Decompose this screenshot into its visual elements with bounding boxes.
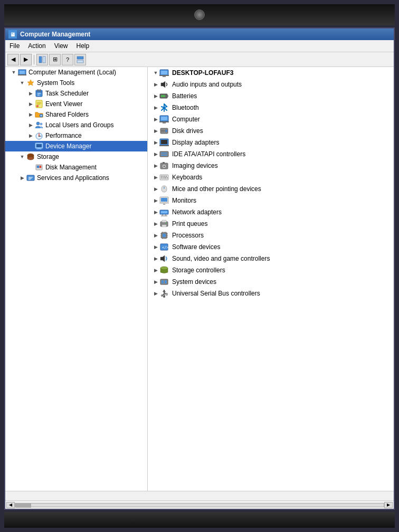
local-users-icon <box>35 121 43 129</box>
menu-action[interactable]: Action <box>24 41 50 51</box>
svg-rect-56 <box>161 153 167 154</box>
grid-view-button[interactable]: ⊞ <box>49 54 61 65</box>
svg-rect-83 <box>162 220 166 222</box>
print-queues-icon <box>159 219 169 229</box>
device-manager-icon <box>35 142 43 150</box>
task-scheduler-label: Task Scheduler <box>45 90 89 97</box>
keyboards-label: Keyboards <box>172 174 202 181</box>
scroll-thumb[interactable] <box>15 504 31 508</box>
storage-controllers-label: Storage controllers <box>172 267 225 274</box>
svg-rect-0 <box>39 56 42 63</box>
right-item-sound-video[interactable]: ▶ Sound, video and game controllers <box>148 253 394 264</box>
local-users-arrow: ▶ <box>26 121 35 129</box>
tree-item-services-apps[interactable]: ▶ Services and Applications <box>5 173 147 183</box>
services-icon <box>26 174 35 182</box>
help-button[interactable]: ? <box>62 54 73 65</box>
right-item-monitors[interactable]: ▶ Monitors <box>148 195 394 206</box>
storage-icon <box>26 153 35 161</box>
tree-item-task-scheduler[interactable]: ▶ Task Scheduler <box>5 88 147 99</box>
screen-wrapper: 🖥 Computer Management File Action View H… <box>0 0 399 532</box>
shared-folders-arrow: ▶ <box>26 110 35 119</box>
right-item-display-adapters[interactable]: ▶ Display adapters <box>148 137 394 148</box>
svg-rect-9 <box>37 89 39 91</box>
right-item-processors[interactable]: ▶ <box>148 230 394 241</box>
tree-item-storage[interactable]: ▼ Storage <box>5 151 147 162</box>
svg-rect-10 <box>40 89 41 91</box>
event-viewer-icon: ! <box>35 100 43 108</box>
sound-video-label: Sound, video and game controllers <box>172 255 270 262</box>
event-viewer-label: Event Viewer <box>45 100 82 108</box>
disk-drives-icon <box>159 126 169 136</box>
svg-rect-44 <box>167 95 168 97</box>
right-item-bluetooth[interactable]: ▶ Bluetooth <box>148 102 394 113</box>
show-hide-button[interactable] <box>36 54 48 65</box>
shared-folders-icon <box>35 110 43 119</box>
svg-rect-39 <box>161 71 167 74</box>
right-pane-root[interactable]: ▼ DESKTOP-LOFAUF3 <box>148 67 394 79</box>
right-item-mice[interactable]: ▶ Mice and other pointing devices <box>148 183 394 195</box>
computer-label: Computer <box>172 116 200 123</box>
tree-item-disk-management[interactable]: Disk Management <box>5 162 147 173</box>
main-area: ▼ Computer Management (Local) ▼ <box>5 67 394 491</box>
right-item-batteries[interactable]: ▶ Batteries <box>148 90 394 102</box>
svg-point-61 <box>164 166 165 167</box>
scroll-right-button[interactable]: ▶ <box>384 502 393 508</box>
local-users-label: Local Users and Groups <box>45 121 113 129</box>
scroll-left-button[interactable]: ◀ <box>6 502 15 508</box>
root-icon <box>18 68 26 77</box>
software-devices-label: Software devices <box>172 243 220 251</box>
back-button[interactable]: ◀ <box>7 54 19 65</box>
right-item-print-queues[interactable]: ▶ Print queues <box>148 218 394 230</box>
bluetooth-label: Bluetooth <box>172 104 199 111</box>
window-title: Computer Management <box>20 31 90 38</box>
tree-item-event-viewer[interactable]: ▶ ! Event Viewer <box>5 99 147 109</box>
window-title-bar: 🖥 Computer Management <box>5 28 394 40</box>
monitors-icon <box>159 196 169 205</box>
toolbar-separator-1 <box>34 55 34 64</box>
svg-rect-105 <box>165 280 167 283</box>
right-item-software-devices[interactable]: ▶ </> Software devices <box>148 241 394 253</box>
disk-drives-arrow: ▶ <box>152 127 159 135</box>
scroll-track[interactable] <box>15 503 384 507</box>
right-item-usb[interactable]: ▶ Universal Serial Bus controllers <box>148 288 394 299</box>
mice-arrow: ▶ <box>152 185 159 193</box>
right-item-storage-controllers[interactable]: ▶ Storage controllers <box>148 264 394 276</box>
tree-item-performance[interactable]: ▶ Performance <box>5 130 147 141</box>
svg-rect-25 <box>36 144 42 147</box>
tree-item-device-manager[interactable]: Device Manager <box>5 141 147 151</box>
right-item-computer[interactable]: ▶ Computer <box>148 113 394 125</box>
svg-rect-76 <box>163 204 165 205</box>
right-item-audio[interactable]: ▶ Audio inputs and outputs <box>148 79 394 90</box>
right-item-disk-drives[interactable]: ▶ Disk drives <box>148 125 394 137</box>
right-item-imaging[interactable]: ▶ Imaging devices <box>148 160 394 172</box>
svg-rect-6 <box>18 74 26 75</box>
menu-view[interactable]: View <box>50 41 72 51</box>
menu-help[interactable]: Help <box>72 41 94 51</box>
svg-point-72 <box>164 187 165 188</box>
processors-icon <box>159 231 169 240</box>
svg-rect-32 <box>37 166 39 168</box>
svg-rect-41 <box>163 76 166 77</box>
print-queues-arrow: ▶ <box>152 220 159 228</box>
extra-button[interactable] <box>74 54 86 65</box>
camera-icon <box>194 10 205 20</box>
tree-item-shared-folders[interactable]: ▶ Shared Folders <box>5 109 147 120</box>
menu-file[interactable]: File <box>5 41 24 51</box>
right-item-system-devices[interactable]: ▶ System devices <box>148 276 394 288</box>
right-item-ide[interactable]: ▶ IDE ATA/ATAPI controllers <box>148 148 394 160</box>
right-item-network-adapters[interactable]: ▶ Network adapters <box>148 206 394 218</box>
imaging-icon <box>159 161 169 170</box>
computer-management-window: 🖥 Computer Management File Action View H… <box>4 27 395 510</box>
svg-rect-43 <box>161 95 165 97</box>
forward-button[interactable]: ▶ <box>20 54 32 65</box>
svg-point-112 <box>163 296 165 298</box>
tree-item-local-users[interactable]: ▶ Local Users and Groups <box>5 120 147 130</box>
tree-root[interactable]: ▼ Computer Management (Local) <box>5 67 147 78</box>
ide-icon <box>159 149 169 159</box>
software-devices-icon: </> <box>159 242 169 252</box>
svg-rect-54 <box>159 145 169 146</box>
right-item-keyboards[interactable]: ▶ Keybo <box>148 172 394 183</box>
tree-item-system-tools[interactable]: ▼ System Tools <box>5 78 147 88</box>
ide-label: IDE ATA/ATAPI controllers <box>172 150 245 158</box>
keyboards-icon <box>159 173 169 182</box>
